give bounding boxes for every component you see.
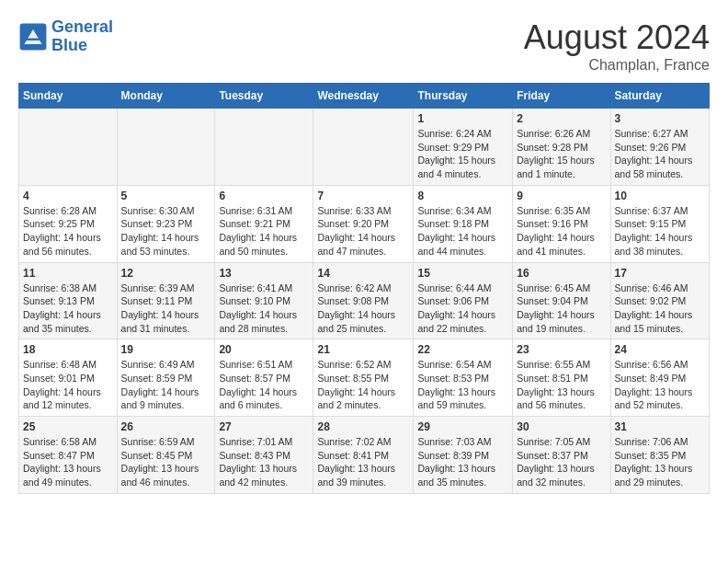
day-number: 15	[417, 267, 508, 280]
calendar-cell: 13Sunrise: 6:41 AM Sunset: 9:10 PM Dayli…	[215, 262, 313, 339]
column-header-wednesday: Wednesday	[313, 84, 414, 109]
day-number: 28	[317, 420, 409, 433]
week-row-1: 1Sunrise: 6:24 AM Sunset: 9:29 PM Daylig…	[19, 109, 710, 186]
day-number: 17	[615, 267, 705, 280]
calendar-cell	[19, 109, 118, 186]
calendar-cell: 30Sunrise: 7:05 AM Sunset: 8:37 PM Dayli…	[513, 417, 610, 494]
day-info: Sunrise: 6:39 AM Sunset: 9:11 PM Dayligh…	[121, 282, 211, 336]
calendar-cell	[215, 109, 313, 186]
day-info: Sunrise: 6:51 AM Sunset: 8:57 PM Dayligh…	[219, 358, 309, 412]
calendar-cell: 3Sunrise: 6:27 AM Sunset: 9:26 PM Daylig…	[610, 109, 709, 186]
calendar-cell: 27Sunrise: 7:01 AM Sunset: 8:43 PM Dayli…	[215, 417, 313, 494]
day-number: 9	[517, 190, 606, 202]
calendar-cell: 31Sunrise: 7:06 AM Sunset: 8:35 PM Dayli…	[610, 417, 709, 494]
day-number: 4	[23, 190, 113, 202]
day-number: 11	[23, 267, 113, 280]
day-number: 18	[23, 343, 113, 356]
day-number: 6	[219, 190, 309, 202]
day-info: Sunrise: 6:37 AM Sunset: 9:15 PM Dayligh…	[615, 204, 705, 259]
day-number: 21	[317, 343, 409, 356]
calendar-cell: 5Sunrise: 6:30 AM Sunset: 9:23 PM Daylig…	[117, 185, 215, 262]
day-info: Sunrise: 7:05 AM Sunset: 8:37 PM Dayligh…	[517, 435, 606, 489]
day-number: 19	[121, 343, 211, 356]
logo-text: General Blue	[51, 18, 113, 55]
day-info: Sunrise: 6:46 AM Sunset: 9:02 PM Dayligh…	[615, 282, 705, 336]
page-header: General Blue August 2024 Champlan, Franc…	[18, 18, 710, 74]
day-number: 30	[517, 420, 606, 433]
day-number: 13	[219, 267, 309, 280]
logo-line2: Blue	[51, 36, 87, 54]
day-number: 1	[417, 112, 508, 125]
day-info: Sunrise: 6:33 AM Sunset: 9:20 PM Dayligh…	[317, 204, 409, 259]
day-info: Sunrise: 6:27 AM Sunset: 9:26 PM Dayligh…	[615, 127, 705, 181]
week-row-4: 18Sunrise: 6:48 AM Sunset: 9:01 PM Dayli…	[19, 339, 710, 417]
calendar-cell: 9Sunrise: 6:35 AM Sunset: 9:16 PM Daylig…	[513, 185, 610, 262]
calendar-cell: 26Sunrise: 6:59 AM Sunset: 8:45 PM Dayli…	[117, 417, 215, 494]
day-info: Sunrise: 7:03 AM Sunset: 8:39 PM Dayligh…	[417, 435, 508, 489]
calendar-cell: 1Sunrise: 6:24 AM Sunset: 9:29 PM Daylig…	[414, 109, 513, 186]
subtitle: Champlan, France	[524, 57, 710, 74]
day-number: 12	[121, 267, 211, 280]
day-info: Sunrise: 6:24 AM Sunset: 9:29 PM Dayligh…	[417, 127, 508, 181]
day-info: Sunrise: 6:42 AM Sunset: 9:08 PM Dayligh…	[317, 282, 409, 336]
calendar-cell: 19Sunrise: 6:49 AM Sunset: 8:59 PM Dayli…	[117, 339, 215, 417]
day-number: 14	[317, 267, 409, 280]
calendar-cell: 2Sunrise: 6:26 AM Sunset: 9:28 PM Daylig…	[513, 109, 610, 186]
day-info: Sunrise: 6:41 AM Sunset: 9:10 PM Dayligh…	[219, 282, 309, 336]
day-info: Sunrise: 6:49 AM Sunset: 8:59 PM Dayligh…	[121, 358, 211, 412]
day-info: Sunrise: 6:52 AM Sunset: 8:55 PM Dayligh…	[317, 358, 409, 412]
column-header-sunday: Sunday	[19, 84, 118, 109]
day-number: 23	[517, 343, 606, 356]
calendar-cell: 29Sunrise: 7:03 AM Sunset: 8:39 PM Dayli…	[414, 417, 513, 494]
day-info: Sunrise: 6:54 AM Sunset: 8:53 PM Dayligh…	[417, 358, 508, 412]
day-number: 29	[417, 420, 508, 433]
day-number: 22	[417, 343, 508, 356]
column-header-friday: Friday	[513, 84, 610, 109]
day-info: Sunrise: 6:35 AM Sunset: 9:16 PM Dayligh…	[517, 204, 606, 259]
calendar-cell: 16Sunrise: 6:45 AM Sunset: 9:04 PM Dayli…	[513, 262, 610, 339]
week-row-5: 25Sunrise: 6:58 AM Sunset: 8:47 PM Dayli…	[19, 417, 710, 494]
day-number: 2	[517, 112, 606, 125]
day-info: Sunrise: 7:01 AM Sunset: 8:43 PM Dayligh…	[219, 435, 309, 489]
calendar-table: SundayMondayTuesdayWednesdayThursdayFrid…	[18, 83, 710, 494]
logo-line1: General	[51, 17, 113, 36]
column-header-thursday: Thursday	[414, 84, 513, 109]
day-info: Sunrise: 6:58 AM Sunset: 8:47 PM Dayligh…	[23, 435, 113, 489]
calendar-cell: 28Sunrise: 7:02 AM Sunset: 8:41 PM Dayli…	[313, 417, 414, 494]
day-info: Sunrise: 6:45 AM Sunset: 9:04 PM Dayligh…	[517, 282, 606, 336]
day-number: 31	[615, 420, 705, 433]
calendar-cell: 22Sunrise: 6:54 AM Sunset: 8:53 PM Dayli…	[414, 339, 513, 417]
day-number: 10	[615, 190, 705, 202]
calendar-cell: 8Sunrise: 6:34 AM Sunset: 9:18 PM Daylig…	[414, 185, 513, 262]
day-info: Sunrise: 6:31 AM Sunset: 9:21 PM Dayligh…	[219, 204, 309, 259]
day-info: Sunrise: 6:55 AM Sunset: 8:51 PM Dayligh…	[517, 358, 606, 412]
main-title: August 2024	[524, 18, 710, 57]
day-number: 3	[615, 112, 705, 125]
calendar-cell: 6Sunrise: 6:31 AM Sunset: 9:21 PM Daylig…	[215, 185, 313, 262]
calendar-cell: 14Sunrise: 6:42 AM Sunset: 9:08 PM Dayli…	[313, 262, 414, 339]
day-number: 8	[417, 190, 508, 202]
calendar-cell: 7Sunrise: 6:33 AM Sunset: 9:20 PM Daylig…	[313, 185, 414, 262]
day-info: Sunrise: 6:34 AM Sunset: 9:18 PM Dayligh…	[417, 204, 508, 259]
day-info: Sunrise: 6:30 AM Sunset: 9:23 PM Dayligh…	[121, 204, 211, 259]
day-number: 20	[219, 343, 309, 356]
column-header-saturday: Saturday	[610, 84, 709, 109]
column-header-monday: Monday	[117, 84, 215, 109]
logo-icon	[18, 22, 48, 52]
week-row-3: 11Sunrise: 6:38 AM Sunset: 9:13 PM Dayli…	[19, 262, 710, 339]
day-info: Sunrise: 7:06 AM Sunset: 8:35 PM Dayligh…	[615, 435, 705, 489]
calendar-cell: 4Sunrise: 6:28 AM Sunset: 9:25 PM Daylig…	[19, 185, 118, 262]
title-block: August 2024 Champlan, France	[524, 18, 710, 74]
calendar-cell: 12Sunrise: 6:39 AM Sunset: 9:11 PM Dayli…	[117, 262, 215, 339]
logo: General Blue	[18, 18, 113, 55]
calendar-header-row: SundayMondayTuesdayWednesdayThursdayFrid…	[19, 84, 710, 109]
calendar-cell: 15Sunrise: 6:44 AM Sunset: 9:06 PM Dayli…	[414, 262, 513, 339]
calendar-cell: 23Sunrise: 6:55 AM Sunset: 8:51 PM Dayli…	[513, 339, 610, 417]
day-number: 5	[121, 190, 211, 202]
svg-rect-2	[24, 38, 41, 40]
calendar-cell: 10Sunrise: 6:37 AM Sunset: 9:15 PM Dayli…	[610, 185, 709, 262]
day-number: 26	[121, 420, 211, 433]
day-number: 7	[317, 190, 409, 202]
calendar-cell	[117, 109, 215, 186]
calendar-cell: 20Sunrise: 6:51 AM Sunset: 8:57 PM Dayli…	[215, 339, 313, 417]
